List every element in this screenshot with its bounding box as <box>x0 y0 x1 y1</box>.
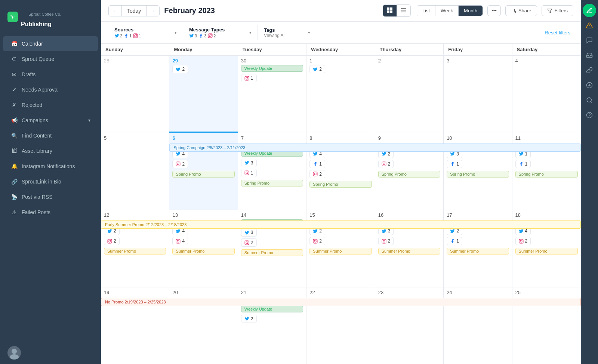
cell-feb21[interactable]: 21 Weekly Update 2 <box>238 287 306 364</box>
cell-feb3[interactable]: 3 <box>444 56 512 133</box>
next-button[interactable]: → <box>147 6 159 16</box>
cell-feb18[interactable]: 18 4 2 Summer Promo <box>512 210 581 287</box>
cell-feb8[interactable]: 8 4 1 2 Spri <box>306 133 375 210</box>
help-icon[interactable] <box>583 108 596 122</box>
post-pill-tw[interactable]: 3 <box>241 228 257 237</box>
post-pill-ig[interactable]: 1 <box>241 74 257 82</box>
twitter-icon <box>313 229 318 234</box>
compose-button[interactable] <box>583 4 596 17</box>
post-pill-ig[interactable]: 2 <box>241 238 257 247</box>
grid-view-button[interactable] <box>383 5 397 16</box>
cell-feb24[interactable]: 24 <box>444 287 512 364</box>
post-pill-tw[interactable]: 3 <box>378 227 394 235</box>
share-button[interactable]: Share <box>505 5 537 16</box>
post-pill-fb[interactable]: 1 <box>447 237 462 245</box>
cell-feb17[interactable]: 17 2 1 Summer Promo <box>444 210 512 287</box>
cell-feb19[interactable]: 19 <box>101 287 169 364</box>
post-pill-ig[interactable]: 2 <box>104 237 120 245</box>
instagram-icon <box>244 170 249 175</box>
cell-jan29[interactable]: 29 2 <box>169 56 238 133</box>
cell-feb9[interactable]: 9 2 2 Spring Promo <box>375 133 444 210</box>
post-pill-tw[interactable]: 2 <box>104 227 120 235</box>
inbox-icon[interactable] <box>583 49 596 62</box>
cell-feb4[interactable]: 4 <box>512 56 581 133</box>
cell-feb12[interactable]: 12 2 2 Summer Promo <box>101 210 169 287</box>
link-icon[interactable] <box>583 64 596 77</box>
post-pill-ig2[interactable]: 2 <box>309 170 325 178</box>
post-pill-fb[interactable]: 1 <box>515 160 531 168</box>
post-pill-fb[interactable]: 1 <box>309 160 325 168</box>
post-pill-ig[interactable]: 2 <box>172 160 188 168</box>
sidebar-item-failed-posts[interactable]: ⚠ Failed Posts <box>3 205 98 220</box>
sidebar-item-needs-approval[interactable]: ✔ Needs Approval <box>3 82 98 97</box>
post-pill-tw[interactable]: 2 <box>172 65 188 73</box>
cell-feb1[interactable]: 1 2 <box>306 56 375 133</box>
post-pill-tw[interactable]: 2 <box>309 65 325 73</box>
cell-feb15[interactable]: 15 2 2 Summer Promo <box>306 210 375 287</box>
messages-icon[interactable] <box>583 34 596 47</box>
post-pill-tw[interactable]: 1 <box>515 150 531 158</box>
sidebar-item-instagram-notifications[interactable]: 🔔 Instagram Notifications <box>3 159 98 174</box>
search-icon[interactable] <box>583 93 596 107</box>
post-pill-ig[interactable]: 1 <box>241 169 257 177</box>
cell-feb10[interactable]: 10 3 1 Spring Promo <box>444 133 512 210</box>
post-pill-tw[interactable]: 3 <box>241 159 257 167</box>
cell-feb25[interactable]: 25 <box>512 287 581 364</box>
post-pill-tw[interactable]: 3 <box>447 150 462 158</box>
sidebar-item-sproutlink-in-bio[interactable]: 🔗 SproutLink in Bio <box>3 174 98 189</box>
sidebar-item-drafts[interactable]: ✉ Drafts <box>3 67 98 82</box>
cell-feb23[interactable]: 23 <box>375 287 444 364</box>
post-pill-tw[interactable]: 4 <box>172 150 188 158</box>
sources-filter[interactable]: Sources 2 1 1 ▾ <box>108 25 183 40</box>
more-options-button[interactable]: ••• <box>487 5 501 16</box>
sidebar-item-post-via-rss[interactable]: 📡 Post via RSS <box>3 189 98 204</box>
post-pill-tw[interactable]: 4 <box>515 227 531 235</box>
cell-feb14[interactable]: 14 Weekly Update 3 2 Summer Promo <box>238 210 306 287</box>
prev-button[interactable]: ← <box>109 6 121 16</box>
post-pill-ig[interactable]: 2 <box>378 160 394 168</box>
today-button[interactable]: Today <box>121 6 147 16</box>
list-icon-view-button[interactable] <box>397 5 410 16</box>
cell-feb20[interactable]: 20 <box>169 287 238 364</box>
rejected-icon: ✗ <box>10 101 18 109</box>
cell-jan28[interactable]: 28 <box>101 56 169 133</box>
sidebar-item-find-content[interactable]: 🔍 Find Content <box>3 128 98 143</box>
post-pill-tw[interactable]: 2 <box>378 150 394 158</box>
cell-feb16[interactable]: 16 3 2 Summer Promo <box>375 210 444 287</box>
sidebar-item-campaigns[interactable]: 📢 Campaigns ▾ <box>3 113 98 128</box>
cell-jan30[interactable]: 30 Weekly Update 1 <box>238 56 306 133</box>
week-view-button[interactable]: Week <box>435 6 459 16</box>
sidebar-item-asset-library[interactable]: 🖼 Asset Library <box>3 144 98 158</box>
cell-feb11[interactable]: 11 1 1 Spring Promo <box>512 133 581 210</box>
post-pill-tw[interactable]: 2 <box>447 227 462 235</box>
spring-promo-tag: Spring Promo <box>378 171 440 178</box>
cell-feb22[interactable]: 22 <box>306 287 375 364</box>
sidebar-item-rejected[interactable]: ✗ Rejected <box>3 98 98 112</box>
post-pill-tw[interactable]: 4 <box>172 227 188 235</box>
cell-feb5[interactable]: 5 <box>101 133 169 210</box>
post-pill-tw[interactable]: 2 <box>309 227 325 235</box>
post-pill-tw[interactable]: 2 <box>241 315 257 323</box>
cell-feb13[interactable]: 13 4 4 Summer Promo <box>169 210 238 287</box>
weekly-update-tag: Weekly Update <box>241 65 303 72</box>
user-avatar-area[interactable] <box>0 342 101 364</box>
cell-feb2[interactable]: 2 <box>375 56 444 133</box>
post-pill-ig[interactable]: 2 <box>309 237 325 245</box>
alert-icon[interactable] <box>583 19 596 32</box>
post-pill-ig[interactable]: 2 <box>378 237 394 245</box>
cell-feb6[interactable]: 6 4 2 Spring Promo <box>169 133 238 210</box>
message-types-filter[interactable]: Message Types 3 3 2 ▾ <box>183 25 258 40</box>
post-pill-ig[interactable]: 4 <box>172 237 188 245</box>
post-pill-fb[interactable]: 1 <box>447 160 462 168</box>
month-view-button[interactable]: Month <box>459 6 483 16</box>
post-pill-ig[interactable]: 2 <box>515 237 531 245</box>
list-view-button[interactable]: List <box>417 6 435 16</box>
plus-icon[interactable] <box>583 78 596 92</box>
filters-button[interactable]: Filters <box>542 5 573 16</box>
cell-feb7[interactable]: 7 Weekly Update 3 1 Spring Promo <box>238 133 306 210</box>
post-pill-tw[interactable]: 4 <box>309 150 325 158</box>
reset-filters-button[interactable]: Reset filters <box>545 30 573 36</box>
sidebar-item-calendar[interactable]: 📅 Calendar <box>3 36 98 51</box>
tags-filter[interactable]: Tags Viewing All ▾ <box>258 25 333 40</box>
sidebar-item-sprout-queue[interactable]: ⏱ Sprout Queue <box>3 52 98 67</box>
